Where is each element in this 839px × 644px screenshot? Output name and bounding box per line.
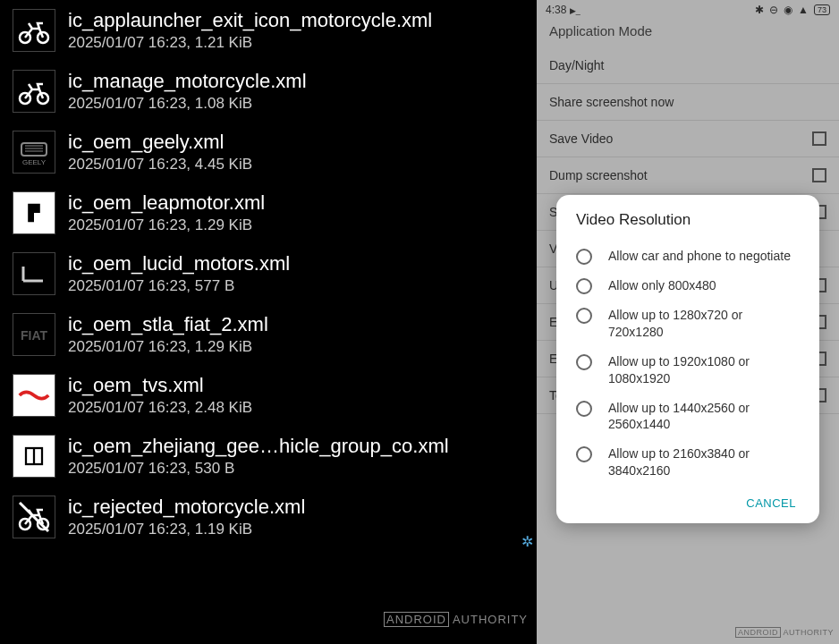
file-meta: 2025/01/07 16:23, 1.29 KiB — [68, 216, 265, 234]
option-label: Allow car and phone to negotiate — [608, 248, 791, 265]
file-name: ic_applauncher_exit_icon_motorcycle.xml — [68, 9, 432, 32]
file-row[interactable]: ic_rejected_motorcycle.xml2025/01/07 16:… — [0, 487, 537, 547]
radio-option[interactable]: Allow up to 2160x3840 or 3840x2160 — [560, 439, 816, 486]
file-name: ic_rejected_motorcycle.xml — [68, 496, 305, 519]
file-meta: 2025/01/07 16:23, 1.08 KiB — [68, 95, 307, 113]
radio-option[interactable]: Allow up to 1440x2560 or 2560x1440 — [560, 394, 816, 440]
radio-icon — [576, 401, 592, 417]
dialog-title: Video Resolution — [560, 211, 816, 242]
watermark: ANDROID AUTHORITY — [735, 628, 834, 637]
lucid-icon — [13, 252, 55, 295]
file-row[interactable]: GEELYic_oem_geely.xml2025/01/07 16:23, 4… — [0, 122, 537, 182]
file-row[interactable]: ic_oem_leapmotor.xml2025/01/07 16:23, 1.… — [0, 182, 537, 243]
zge-icon — [13, 435, 55, 478]
video-resolution-dialog: Video Resolution Allow car and phone to … — [556, 195, 819, 523]
settings-panel: 4:38 ▶_ ✱ ⊖ ◉ ▲ 73 Application Mode Day/… — [537, 0, 839, 644]
option-label: Allow up to 2160x3840 or 3840x2160 — [608, 445, 800, 479]
option-label: Allow up to 1280x720 or 720x1280 — [608, 307, 800, 341]
motorcycle-off-icon — [13, 496, 55, 538]
svg-text:GEELY: GEELY — [22, 158, 47, 166]
file-row[interactable]: ic_oem_zhejiang_gee…hicle_group_co.xml20… — [0, 426, 537, 487]
motorcycle-icon — [13, 70, 55, 113]
file-row[interactable]: ic_applauncher_exit_icon_motorcycle.xml2… — [0, 0, 537, 61]
leapmotor-icon — [13, 191, 55, 234]
file-name: ic_manage_motorcycle.xml — [68, 70, 307, 93]
radio-icon — [576, 278, 592, 294]
file-name: ic_oem_geely.xml — [68, 131, 252, 154]
motorcycle-icon — [13, 9, 55, 52]
svg-text:FIAT: FIAT — [21, 328, 48, 343]
file-meta: 2025/01/07 16:23, 530 B — [68, 460, 449, 478]
radio-option[interactable]: Allow only 800x480 — [560, 271, 816, 301]
radio-option[interactable]: Allow up to 1920x1080 or 1080x1920 — [560, 347, 816, 394]
radio-option[interactable]: Allow car and phone to negotiate — [560, 242, 816, 271]
tvs-icon — [13, 374, 55, 417]
file-name: ic_oem_stla_fiat_2.xml — [68, 313, 268, 336]
file-name: ic_oem_leapmotor.xml — [68, 191, 265, 215]
file-row[interactable]: ic_oem_lucid_motors.xml2025/01/07 16:23,… — [0, 243, 537, 304]
radio-icon — [576, 249, 592, 265]
watermark: ANDROID AUTHORITY — [384, 613, 528, 626]
file-name: ic_oem_tvs.xml — [68, 374, 252, 397]
svg-line-14 — [20, 503, 48, 531]
file-meta: 2025/01/07 16:23, 2.48 KiB — [68, 399, 252, 417]
radio-icon — [576, 446, 592, 462]
svg-rect-4 — [21, 143, 47, 156]
file-row[interactable]: ic_oem_tvs.xml2025/01/07 16:23, 2.48 KiB — [0, 365, 537, 426]
file-meta: 2025/01/07 16:23, 1.19 KiB — [68, 521, 305, 538]
radio-icon — [576, 354, 592, 370]
file-row[interactable]: ic_manage_motorcycle.xml2025/01/07 16:23… — [0, 61, 537, 122]
asterisk-mark: ✲ — [521, 533, 533, 550]
file-meta: 2025/01/07 16:23, 4.45 KiB — [68, 156, 252, 174]
file-meta: 2025/01/07 16:23, 1.21 KiB — [68, 34, 432, 52]
geely-icon: GEELY — [13, 131, 55, 174]
file-row[interactable]: FIATic_oem_stla_fiat_2.xml2025/01/07 16:… — [0, 304, 537, 365]
cancel-button[interactable]: CANCEL — [746, 496, 796, 510]
file-meta: 2025/01/07 16:23, 1.29 KiB — [68, 338, 268, 356]
file-meta: 2025/01/07 16:23, 577 B — [68, 277, 290, 295]
option-label: Allow only 800x480 — [608, 277, 716, 294]
file-list-panel: ic_applauncher_exit_icon_motorcycle.xml2… — [0, 0, 537, 644]
option-label: Allow up to 1440x2560 or 2560x1440 — [608, 400, 800, 434]
radio-icon — [576, 308, 592, 324]
option-label: Allow up to 1920x1080 or 1080x1920 — [608, 353, 800, 387]
file-name: ic_oem_lucid_motors.xml — [68, 252, 290, 275]
fiat-icon: FIAT — [13, 313, 55, 356]
file-name: ic_oem_zhejiang_gee…hicle_group_co.xml — [68, 435, 449, 458]
radio-option[interactable]: Allow up to 1280x720 or 720x1280 — [560, 301, 816, 347]
